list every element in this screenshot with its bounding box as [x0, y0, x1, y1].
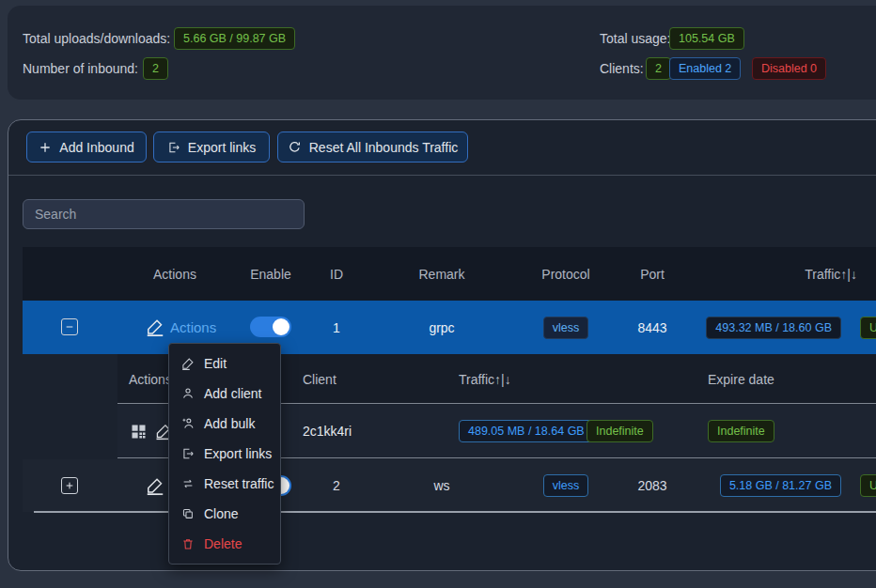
qrcode-icon[interactable] — [129, 405, 149, 457]
cell-protocol: vless — [528, 459, 603, 512]
add-client-icon — [181, 387, 195, 400]
uploads-downloads-value: 5.66 GB / 99.87 GB — [174, 27, 295, 50]
cell-traffic: 493.32 MB / 18.60 GB — [710, 301, 841, 354]
client-header-traffic[interactable]: Traffic↑|↓ — [459, 354, 511, 404]
traffic-badge: 493.32 MB / 18.60 GB — [706, 317, 841, 339]
menu-item-label: Export links — [204, 446, 272, 461]
cell-id: 1 — [318, 301, 355, 354]
cell-remark: ws — [404, 459, 479, 512]
clients-enabled-badge: Enabled 2 — [669, 57, 741, 80]
total-badge: Unlimited — [860, 317, 876, 339]
clients-label: Clients: — [600, 58, 644, 79]
protocol-tag: vless — [543, 474, 588, 497]
expand-row-button[interactable] — [61, 477, 78, 494]
menu-item-label: Add bulk — [204, 416, 255, 431]
header-protocol[interactable]: Protocol — [528, 247, 603, 301]
client-name: 2c1kk4ri — [303, 405, 352, 457]
menu-item-label: Edit — [204, 356, 227, 371]
total-usage-label: Total usage: — [600, 28, 671, 49]
export-links-icon — [181, 447, 195, 460]
clients-count-value: 2 — [646, 57, 671, 80]
menu-item-edit[interactable]: Edit — [169, 348, 280, 379]
cell-total-clipped: Unlimited — [860, 459, 876, 512]
client-expire: Indefinite — [708, 405, 774, 457]
cell-port: 2083 — [619, 459, 685, 512]
header-id[interactable]: ID — [318, 247, 355, 301]
client-traffic-badge: 489.05 MB / 18.64 GB — [459, 420, 594, 442]
menu-item-delete[interactable]: Delete — [169, 529, 280, 559]
client-header-expire[interactable]: Expire date — [708, 354, 774, 404]
menu-item-export-links[interactable]: Export links — [169, 439, 280, 469]
inbounds-table-header: Actions Enable ID Remark Protocol Port T… — [23, 247, 876, 301]
inbound-row-2[interactable]: Actions 2 ws vless 2083 5.18 GB / 81.27 … — [23, 459, 876, 512]
menu-item-label: Add client — [204, 386, 261, 401]
menu-item-clone[interactable]: Clone — [169, 499, 280, 529]
total-badge: Unlimited — [860, 474, 876, 497]
client-traffic: 489.05 MB / 18.64 GB — [459, 405, 594, 457]
add-inbound-button[interactable]: Add Inbound — [26, 132, 147, 162]
uploads-downloads-label: Total uploads/downloads: — [23, 28, 170, 49]
cell-traffic: 5.18 GB / 81.27 GB — [710, 459, 841, 512]
export-links-button[interactable]: Export links — [153, 132, 270, 162]
reset-all-traffic-label: Reset All Inbounds Traffic — [309, 140, 459, 155]
inbound-count-value: 2 — [143, 57, 168, 80]
menu-item-add-bulk[interactable]: Add bulk — [169, 409, 280, 439]
header-actions[interactable]: Actions — [137, 247, 212, 301]
inbound-count-label: Number of inbound: — [23, 58, 138, 79]
inbounds-page: Total uploads/downloads: 5.66 GB / 99.87… — [0, 0, 876, 588]
add-inbound-label: Add Inbound — [59, 140, 133, 155]
enable-toggle-row-1[interactable] — [250, 317, 291, 337]
client-traffic-limit: Indefinite — [587, 405, 653, 457]
table-bottom-border — [34, 511, 876, 513]
edit-icon — [181, 357, 195, 370]
expire-badge: Indefinite — [708, 420, 774, 442]
header-port[interactable]: Port — [619, 247, 685, 301]
collapse-row-button[interactable] — [61, 318, 78, 335]
minus-icon — [65, 322, 74, 332]
menu-item-label: Reset traffic — [204, 476, 274, 491]
add-bulk-icon — [181, 417, 195, 430]
cell-total-clipped: Unlimited — [860, 301, 876, 354]
plus-icon — [39, 141, 52, 154]
delete-icon — [181, 537, 195, 550]
menu-item-label: Delete — [204, 536, 242, 551]
traffic-badge: 5.18 GB / 81.27 GB — [720, 474, 841, 497]
cell-port: 8443 — [619, 301, 685, 354]
total-usage-value: 105.54 GB — [669, 27, 744, 50]
menu-item-reset-traffic[interactable]: Reset traffic — [169, 469, 280, 499]
edit-pencil-icon[interactable] — [145, 317, 165, 337]
cell-remark: grpc — [404, 301, 479, 354]
stats-card: Total uploads/downloads: 5.66 GB / 99.87… — [8, 6, 876, 100]
toggle-knob — [273, 318, 289, 335]
edit-pencil-icon[interactable] — [145, 475, 165, 496]
traffic-limit-badge: Indefinite — [587, 420, 653, 442]
export-links-label: Export links — [188, 140, 256, 155]
actions-context-menu: Edit Add client Add bulk Export links Re… — [168, 343, 281, 565]
reset-all-traffic-button[interactable]: Reset All Inbounds Traffic — [277, 132, 468, 162]
menu-item-label: Clone — [204, 506, 239, 521]
cell-protocol: vless — [528, 301, 603, 354]
cell-id: 2 — [318, 459, 355, 512]
inbound-row-1[interactable]: Actions 1 grpc vless 8443 493.32 MB / 18… — [23, 301, 876, 354]
protocol-tag: vless — [543, 317, 588, 339]
reload-icon — [288, 140, 302, 154]
header-enable[interactable]: Enable — [238, 247, 304, 301]
toolbar-divider — [8, 175, 876, 176]
header-traffic[interactable]: Traffic↑|↓ — [754, 247, 857, 301]
clients-disabled-badge: Disabled 0 — [752, 57, 826, 80]
plus-icon — [65, 481, 74, 490]
client-header-client[interactable]: Client — [303, 354, 336, 404]
search-input[interactable] — [23, 199, 305, 229]
client-header-actions: Actions — [129, 354, 172, 404]
export-icon — [167, 141, 180, 154]
header-remark[interactable]: Remark — [404, 247, 479, 301]
reset-traffic-icon — [181, 477, 195, 490]
menu-item-add-client[interactable]: Add client — [169, 379, 280, 409]
clone-icon — [181, 507, 195, 520]
